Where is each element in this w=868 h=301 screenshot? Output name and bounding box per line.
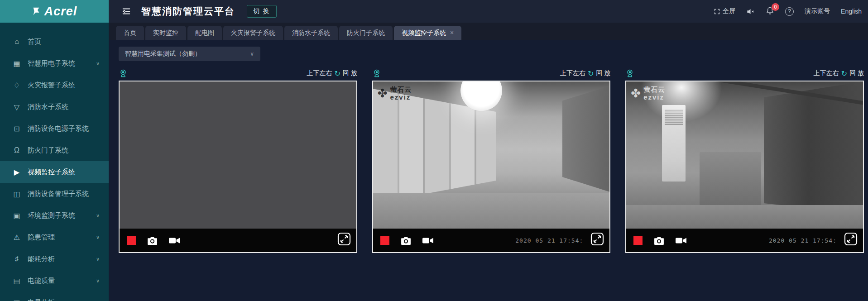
sidebar-item-video-monitor[interactable]: ▶视频监控子系统 <box>0 161 109 183</box>
expand-icon <box>337 232 351 246</box>
sidebar-item-electricity-analysis[interactable]: ▥电量分析∨ <box>0 291 109 301</box>
video-timestamp: 2020-05-21 17:54: <box>769 237 837 244</box>
fullscreen-icon <box>714 8 720 15</box>
chevron-down-icon: ∨ <box>96 213 100 219</box>
switch-button[interactable]: 切 换 <box>247 5 277 18</box>
video-panel-1 <box>119 81 357 253</box>
sidebar-item-smart-power[interactable]: ▦智慧用电子系统∨ <box>0 53 109 74</box>
ptz-pan-controls[interactable]: 上下左右 <box>814 69 839 77</box>
camera-3-controls: 上下左右 ↻ 回 放 <box>625 68 864 79</box>
top-header: 智慧消防管理云平台 切 换 全屏 0 ? 演示账号 English <box>109 0 868 23</box>
chevron-down-icon: ∨ <box>96 61 100 67</box>
speaker-mute-icon <box>746 7 755 16</box>
acrel-logo[interactable]: Acrel <box>0 0 109 23</box>
record-video-button[interactable] <box>169 237 180 244</box>
video-scene <box>562 86 610 192</box>
snapshot-button[interactable] <box>400 236 412 245</box>
language-switch[interactable]: English <box>841 8 862 15</box>
notification-badge: 0 <box>772 3 779 11</box>
video-scene <box>373 193 610 229</box>
chevron-down-icon: ∨ <box>96 234 100 240</box>
sidebar-item-equipment-mgmt[interactable]: ◫消防设备管理子系统 <box>0 183 109 205</box>
video-scene <box>700 152 761 205</box>
expand-fullscreen-button[interactable] <box>590 232 604 248</box>
sidebar-item-env-monitor[interactable]: ▣环境监测子系统∨ <box>0 205 109 226</box>
tab-fire-water[interactable]: 消防水子系统 <box>284 26 338 40</box>
mute-button[interactable] <box>746 7 755 16</box>
help-button[interactable]: ? <box>785 7 794 16</box>
warning-icon: ⚠ <box>12 233 22 242</box>
snapshot-button[interactable] <box>147 236 158 245</box>
ptz-pan-controls[interactable]: 上下左右 <box>307 69 332 77</box>
ezviz-watermark: ✤ 萤石云 ezviz <box>378 86 412 101</box>
refresh-icon[interactable]: ↻ <box>841 69 847 78</box>
flask-icon: ▽ <box>12 103 22 111</box>
chart-icon: ▦ <box>12 59 22 68</box>
calendar-icon: ▤ <box>12 277 22 285</box>
expand-fullscreen-button[interactable] <box>844 232 858 248</box>
notifications-button[interactable]: 0 <box>766 6 774 16</box>
video-1-toolbar <box>120 229 356 252</box>
sidebar: Acrel ⌂首页 ▦智慧用电子系统∨ ♢火灾报警子系统 ▽消防水子系统 ⊡消防… <box>0 0 109 301</box>
fullscreen-button[interactable]: 全屏 <box>714 7 735 15</box>
playback-link[interactable]: 回 放 <box>849 69 864 77</box>
video-camera-icon <box>676 237 687 244</box>
video-scene <box>626 205 863 229</box>
video-timestamp: 2020-05-21 17:54: <box>515 237 583 244</box>
sidebar-item-energy-analysis[interactable]: ♯能耗分析∨ <box>0 248 109 270</box>
sidebar-item-power-quality[interactable]: ▤电能质量∨ <box>0 270 109 291</box>
home-icon: ⌂ <box>12 38 22 46</box>
site-selector-dropdown[interactable]: 智慧用电采集测试（勿删） ∨ <box>119 47 260 61</box>
drop-icon: ♢ <box>12 81 22 90</box>
tab-realtime-monitor[interactable]: 实时监控 <box>145 26 186 40</box>
tab-home[interactable]: 首页 <box>116 26 144 40</box>
close-icon[interactable]: × <box>450 26 454 40</box>
record-stop-button[interactable] <box>633 236 643 245</box>
tab-fire-door[interactable]: 防火门子系统 <box>339 26 393 40</box>
record-stop-button[interactable] <box>127 236 136 245</box>
main-content: 智慧用电采集测试（勿删） ∨ 上下左右 ↻ 回 放 <box>109 40 868 301</box>
menu-fold-icon[interactable] <box>121 6 132 17</box>
camera-grid: 上下左右 ↻ 回 放 <box>119 68 864 253</box>
sidebar-item-fire-water[interactable]: ▽消防水子系统 <box>0 96 109 118</box>
account-menu[interactable]: 演示账号 <box>805 7 830 15</box>
tab-fire-alarm[interactable]: 火灾报警子系统 <box>223 26 283 40</box>
sidebar-item-home[interactable]: ⌂首页 <box>0 31 109 53</box>
webcam-icon <box>119 69 128 78</box>
video-frame-2: ✤ 萤石云 ezviz <box>373 81 610 229</box>
ezviz-clover-icon: ✤ <box>378 87 388 100</box>
lock-icon: ▣ <box>12 211 22 220</box>
record-video-button[interactable] <box>422 237 434 244</box>
photo-camera-icon <box>400 236 412 245</box>
tab-video-monitor[interactable]: 视频监控子系统 × <box>394 26 461 40</box>
site-selector-value: 智慧用电采集测试（勿删） <box>125 50 201 58</box>
page-title: 智慧消防管理云平台 <box>141 5 235 18</box>
video-3-toolbar: 2020-05-21 17:54: <box>626 229 863 252</box>
ptz-pan-controls[interactable]: 上下左右 <box>560 69 585 77</box>
expand-fullscreen-button[interactable] <box>337 232 351 248</box>
chevron-down-icon: ∨ <box>96 256 100 262</box>
video-panel-3: ✤ 萤石云 ezviz <box>625 81 864 253</box>
sidebar-item-equipment-power[interactable]: ⊡消防设备电源子系统 <box>0 118 109 139</box>
refresh-icon[interactable]: ↻ <box>334 69 340 78</box>
ezviz-watermark: ✤ 萤石云 ezviz <box>631 86 665 101</box>
refresh-icon[interactable]: ↻ <box>588 69 594 78</box>
sidebar-item-hazard-mgmt[interactable]: ⚠隐患管理∨ <box>0 226 109 248</box>
snapshot-button[interactable] <box>653 236 665 245</box>
record-stop-button[interactable] <box>380 236 389 245</box>
chevron-down-icon: ∨ <box>96 300 100 301</box>
monitor-icon: ⊡ <box>12 124 22 133</box>
photo-camera-icon <box>147 236 158 245</box>
tab-distribution-diagram[interactable]: 配电图 <box>187 26 222 40</box>
camera-3-column: 上下左右 ↻ 回 放 ✤ 萤石云 ezviz <box>625 68 864 253</box>
sidebar-item-fire-alarm[interactable]: ♢火灾报警子系统 <box>0 74 109 96</box>
playback-link[interactable]: 回 放 <box>596 69 610 77</box>
video-panel-2: ✤ 萤石云 ezviz <box>372 81 611 253</box>
chevron-down-icon: ∨ <box>250 51 254 57</box>
acrel-logo-icon <box>32 6 42 16</box>
sidebar-item-fire-door[interactable]: Ω防火门子系统 <box>0 139 109 161</box>
record-video-button[interactable] <box>676 237 687 244</box>
playback-link[interactable]: 回 放 <box>343 69 357 77</box>
webcam-icon <box>625 69 634 78</box>
grid-icon: ▥ <box>12 298 22 301</box>
